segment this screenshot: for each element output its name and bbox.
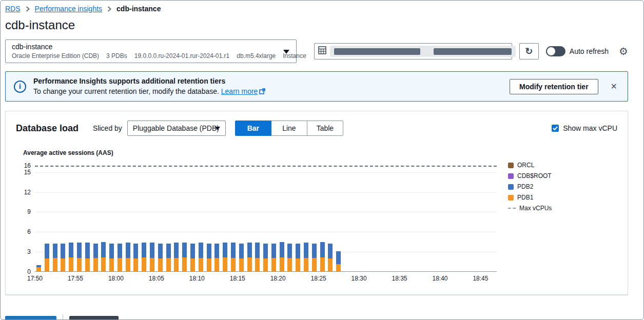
chart-plot-area[interactable] <box>35 162 497 272</box>
bar-segment-pdb1[interactable] <box>223 257 227 271</box>
bar-segment-pdb1[interactable] <box>263 258 268 271</box>
view-tab-bar[interactable]: Bar <box>235 121 271 136</box>
bar-segment-pdb2[interactable] <box>190 244 195 259</box>
bar-segment-pdb2[interactable] <box>223 243 227 257</box>
bar-segment-pdb2[interactable] <box>118 244 122 258</box>
bar-segment-pdb2[interactable] <box>45 244 49 259</box>
legend-item-pdb1[interactable]: PDB1 <box>508 194 552 201</box>
bar-segment-pdb2[interactable] <box>271 244 276 258</box>
bar-segment-pdb1[interactable] <box>85 258 90 271</box>
view-tab-line[interactable]: Line <box>271 121 307 136</box>
time-range-picker[interactable] <box>314 43 512 59</box>
bar-segment-pdb1[interactable] <box>133 258 138 271</box>
bar-segment-pdb2[interactable] <box>304 243 308 258</box>
bar-segment-pdb1[interactable] <box>312 258 317 271</box>
bar-segment-pdb2[interactable] <box>320 242 325 257</box>
legend-item-orcl[interactable]: ORCL <box>508 162 552 169</box>
breadcrumb-performance-insights-link[interactable]: Performance insights <box>35 5 103 13</box>
breadcrumb-rds-link[interactable]: RDS <box>5 5 21 13</box>
bar-segment-pdb1[interactable] <box>101 257 106 271</box>
bar-segment-pdb1[interactable] <box>255 258 260 271</box>
bar-segment-pdb2[interactable] <box>207 244 211 259</box>
bar-segment-pdb2[interactable] <box>336 251 341 264</box>
bar-segment-pdb1[interactable] <box>271 258 276 271</box>
bar-segment-pdb1[interactable] <box>61 258 65 271</box>
bar-segment-pdb2[interactable] <box>199 243 203 258</box>
bar-segment-pdb1[interactable] <box>118 258 122 271</box>
bar-segment-pdb1[interactable] <box>182 257 187 271</box>
bar-segment-pdb2[interactable] <box>109 244 114 259</box>
bar-segment-pdb2[interactable] <box>158 244 163 259</box>
bar-segment-pdb2[interactable] <box>214 244 219 258</box>
bar-segment-pdb2[interactable] <box>247 243 252 257</box>
legend-item-max-vcpus[interactable]: Max vCPUs <box>508 205 552 212</box>
bar-segment-pdb1[interactable] <box>36 267 41 271</box>
bar-segment-pdb2[interactable] <box>133 244 138 259</box>
sliced-by-value: Pluggable Database (PDB) <box>133 124 219 132</box>
bar-segment-pdb2[interactable] <box>296 244 300 259</box>
show-max-vcpu-checkbox[interactable] <box>552 125 559 132</box>
bar-segment-pdb2[interactable] <box>182 243 187 257</box>
bar-segment-pdb2[interactable] <box>287 244 292 258</box>
legend-item-cdb-root[interactable]: CDB$ROOT <box>508 172 552 179</box>
learn-more-link[interactable]: Learn more <box>221 87 266 95</box>
bar-segment-pdb1[interactable] <box>190 258 195 271</box>
bar-segment-pdb1[interactable] <box>166 258 171 271</box>
bar-segment-pdb2[interactable] <box>93 244 98 258</box>
refresh-button[interactable]: ↻ <box>519 43 539 59</box>
bar-segment-pdb2[interactable] <box>69 243 73 257</box>
bar-segment-pdb1[interactable] <box>231 258 236 271</box>
bar-segment-pdb2[interactable] <box>328 244 333 259</box>
y-tick-label: 15 <box>24 169 31 176</box>
bar-segment-pdb1[interactable] <box>126 258 130 271</box>
bar-segment-pdb1[interactable] <box>207 258 211 271</box>
auto-refresh-toggle[interactable] <box>546 46 565 56</box>
bar-segment-pdb2[interactable] <box>126 243 130 258</box>
bar-segment-pdb1[interactable] <box>328 258 333 271</box>
bar-segment-pdb1[interactable] <box>296 258 300 271</box>
bar-segment-pdb2[interactable] <box>53 244 57 258</box>
bar-segment-pdb1[interactable] <box>77 258 82 271</box>
bar-segment-pdb1[interactable] <box>93 258 98 271</box>
bar-segment-pdb1[interactable] <box>280 257 284 271</box>
bar-segment-pdb1[interactable] <box>158 258 163 271</box>
bar-segment-pdb1[interactable] <box>69 257 73 271</box>
settings-gear-icon[interactable]: ⚙ <box>619 45 628 57</box>
bar-segment-pdb2[interactable] <box>142 243 146 257</box>
sliced-by-select[interactable]: Pluggable Database (PDB) <box>127 121 226 136</box>
bar-segment-pdb1[interactable] <box>304 258 308 271</box>
bar-segment-pdb1[interactable] <box>247 257 252 271</box>
bar-segment-pdb1[interactable] <box>45 258 49 271</box>
bar-segment-pdb1[interactable] <box>320 257 325 271</box>
bar-segment-pdb1[interactable] <box>174 258 179 271</box>
bar-segment-pdb2[interactable] <box>166 244 171 258</box>
modify-retention-tier-button[interactable]: Modify retention tier <box>510 79 598 94</box>
bar-segment-pdb1[interactable] <box>214 258 219 271</box>
bar-segment-pdb2[interactable] <box>36 265 41 267</box>
bar-segment-pdb1[interactable] <box>150 258 154 271</box>
bar-segment-pdb1[interactable] <box>336 264 341 271</box>
bar-segment-pdb1[interactable] <box>109 258 114 271</box>
bar-segment-pdb2[interactable] <box>101 242 106 257</box>
bar-segment-pdb1[interactable] <box>53 258 57 271</box>
view-tab-table[interactable]: Table <box>307 121 343 136</box>
close-icon[interactable]: ✕ <box>609 81 619 92</box>
y-tick-label: 3 <box>27 248 31 255</box>
bar-segment-pdb1[interactable] <box>239 258 244 271</box>
bar-segment-pdb2[interactable] <box>312 244 317 258</box>
bar-segment-pdb2[interactable] <box>263 244 268 259</box>
legend-item-pdb2[interactable]: PDB2 <box>508 183 552 190</box>
bar-segment-pdb2[interactable] <box>61 244 65 259</box>
bar-segment-pdb2[interactable] <box>174 243 179 258</box>
bar-segment-pdb2[interactable] <box>85 243 90 258</box>
bar-segment-pdb1[interactable] <box>287 258 292 271</box>
bar-segment-pdb2[interactable] <box>150 243 154 258</box>
instance-selector-dropdown[interactable]: cdb-instance Oracle Enterprise Edition (… <box>5 39 297 63</box>
bar-segment-pdb2[interactable] <box>231 243 236 258</box>
bar-segment-pdb2[interactable] <box>77 243 82 258</box>
bar-segment-pdb2[interactable] <box>255 243 260 258</box>
bar-segment-pdb2[interactable] <box>239 244 244 259</box>
bar-segment-pdb1[interactable] <box>199 258 203 271</box>
bar-segment-pdb2[interactable] <box>280 242 284 257</box>
bar-segment-pdb1[interactable] <box>142 257 146 271</box>
